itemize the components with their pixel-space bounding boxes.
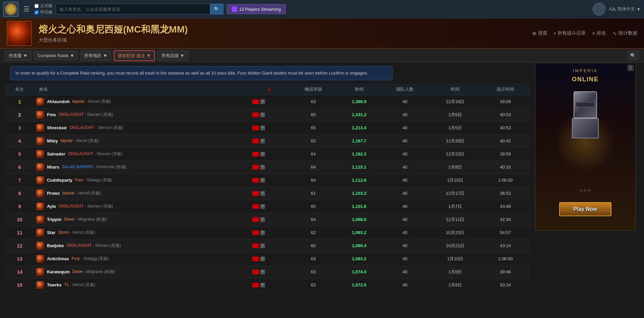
guild-name[interactable]: bipolar	[62, 191, 74, 195]
youtube-button[interactable]	[252, 139, 259, 143]
ad-play-button[interactable]: Play Now	[559, 202, 611, 216]
youtube-button[interactable]	[252, 191, 259, 196]
copy-button[interactable]: ✕	[260, 112, 265, 117]
search-button[interactable]: 🔍	[210, 4, 223, 14]
copy-button[interactable]: ✕	[260, 270, 265, 274]
guild-name[interactable]: ONSLAUGHT	[69, 125, 94, 130]
youtube-button[interactable]	[252, 230, 259, 235]
copy-button[interactable]: ✕	[260, 152, 265, 156]
search-input[interactable]	[56, 4, 210, 14]
server-separator: - Herod (美服)	[70, 282, 95, 287]
guild-name[interactable]: Fury	[72, 256, 80, 261]
duration-value: 39:59	[500, 151, 511, 156]
guild-name[interactable]: ONSLAUGHT	[59, 112, 84, 117]
duration-value: 40:53	[500, 112, 511, 117]
player-name[interactable]: Fms	[47, 112, 56, 117]
filter-item-level[interactable]: 所有品级 ▼	[158, 51, 188, 61]
team-size: 40	[402, 230, 407, 235]
filter-class[interactable]: 进攻职业 战士 ▼	[114, 50, 155, 61]
filter-region[interactable]: 所有地区 ▼	[80, 51, 111, 61]
youtube-button[interactable]	[252, 217, 259, 222]
date-value: 1月6日	[448, 125, 462, 130]
ilvl-cell: 65	[289, 200, 338, 213]
copy-button[interactable]: ✕	[260, 283, 265, 287]
guild-name[interactable]: Fury	[75, 178, 83, 182]
ad-top-text: IMPERIA	[573, 68, 598, 73]
hamburger-menu[interactable]: ☰	[22, 3, 31, 15]
copy-button[interactable]: ✕	[260, 230, 265, 235]
video-cell: ✕	[250, 121, 288, 134]
youtube-button[interactable]	[252, 243, 259, 248]
copy-button[interactable]: ✕	[260, 191, 265, 196]
filter-damage[interactable]: 伤害量 ▼	[5, 51, 31, 61]
player-name[interactable]: Star	[47, 230, 55, 235]
copy-button[interactable]: ✕	[260, 178, 265, 183]
copy-button[interactable]: ✕	[260, 139, 265, 143]
zone-nav-progress[interactable]: ⊕ 进度	[532, 30, 547, 36]
youtube-button[interactable]	[252, 178, 259, 183]
classic-server-option[interactable]: 怀旧服	[35, 9, 52, 15]
copy-button[interactable]: ✕	[260, 257, 265, 261]
official-server-checkbox[interactable]	[35, 4, 39, 8]
language-selector[interactable]: Aあ 简体中文 ▼	[609, 6, 641, 12]
duration-cell: 42:34	[481, 213, 530, 226]
player-name[interactable]: Ahlaundoh	[47, 99, 70, 104]
copy-button[interactable]: ✕	[260, 243, 265, 248]
youtube-button[interactable]	[252, 126, 259, 130]
streaming-button[interactable]: 13 Players Streaming	[227, 4, 286, 14]
zone-nav-ranking[interactable]: ≡ 排名	[592, 30, 606, 36]
player-name[interactable]: Salvador	[47, 151, 65, 156]
player-name[interactable]: Anticlimax	[47, 256, 69, 261]
youtube-button[interactable]	[252, 270, 259, 274]
filter-search-button[interactable]: 🔍	[627, 51, 639, 60]
copy-button[interactable]: ✕	[260, 217, 265, 222]
player-name[interactable]: Twerkx	[47, 282, 62, 287]
classic-server-checkbox[interactable]	[35, 10, 39, 14]
duration-value: 43:48	[500, 204, 511, 209]
duration-value: 36:52	[500, 191, 511, 196]
guild-name[interactable]: Delve	[72, 269, 83, 274]
player-name[interactable]: Badjoke	[47, 243, 64, 248]
guild-name[interactable]: SALAD BAKERS	[62, 165, 93, 169]
player-name[interactable]: Miley	[47, 138, 58, 143]
guild-info: bipolar - Herod (美服)	[62, 190, 101, 196]
guild-name[interactable]: ONSLAUGHT	[59, 204, 84, 209]
guild-name[interactable]: TL	[64, 282, 69, 287]
player-name[interactable]: Prowz	[47, 191, 60, 196]
youtube-header-icon: ▶	[268, 87, 271, 91]
copy-button[interactable]: ✕	[260, 126, 265, 130]
player-name[interactable]: Trippin	[47, 217, 61, 222]
youtube-button[interactable]	[252, 204, 259, 209]
ad-close-button[interactable]: X	[628, 65, 634, 71]
guild-name[interactable]: bipolar	[72, 99, 85, 104]
player-name[interactable]: Nhars	[47, 165, 59, 170]
youtube-button[interactable]	[252, 165, 259, 170]
zone-nav-stats[interactable]: ∿ 统计数据	[613, 30, 637, 36]
youtube-button[interactable]	[252, 257, 259, 261]
guild-name[interactable]: ONSLAUGHT	[68, 151, 93, 156]
youtube-button[interactable]	[252, 99, 259, 104]
filter-class-label: 进攻职业 战士	[118, 53, 145, 59]
player-name[interactable]: Shrecked	[47, 125, 67, 130]
table-row: 9 Ayle ONSLAUGHT - Skeram (美服) ✕ 65 1,10…	[5, 200, 530, 213]
zone-nav-battle-records[interactable]: ▪ 所有战斗记录	[554, 30, 586, 36]
youtube-button[interactable]	[252, 283, 259, 287]
guild-name[interactable]: bipolar	[60, 138, 72, 143]
player-name[interactable]: Ayle	[47, 204, 56, 209]
copy-button[interactable]: ✕	[260, 204, 265, 209]
rank-number: 9	[18, 203, 21, 209]
player-name[interactable]: Cuddleparty	[47, 178, 72, 183]
official-server-option[interactable]: 正式服	[35, 3, 52, 9]
logo-button[interactable]	[3, 2, 18, 17]
guild-name[interactable]: ONSLAUGHT	[67, 243, 92, 248]
youtube-button[interactable]	[252, 112, 259, 117]
copy-button[interactable]: ✕	[260, 165, 265, 170]
youtube-button[interactable]	[252, 152, 259, 156]
filter-complete-raids[interactable]: Complete Raids ▼	[34, 51, 78, 60]
copy-button[interactable]: ✕	[260, 99, 265, 104]
zone-icon	[7, 21, 32, 46]
guild-name[interactable]: Delve	[64, 217, 74, 222]
player-name[interactable]: Karatequin	[47, 269, 70, 274]
player-cell: Miley bipolar - Herod (美服)	[34, 134, 250, 147]
guild-name[interactable]: Storm	[58, 230, 69, 235]
